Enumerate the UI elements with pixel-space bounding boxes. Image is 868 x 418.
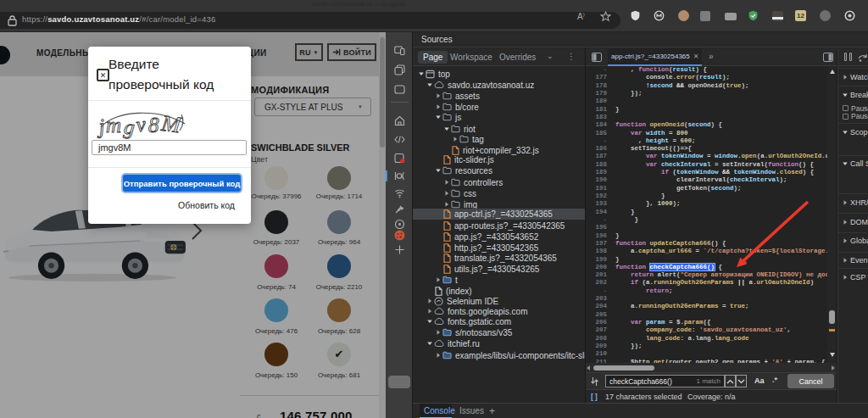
- svg-text:8: 8: [148, 114, 159, 137]
- svg-text:v: v: [135, 112, 147, 136]
- svg-text:g: g: [123, 115, 136, 139]
- svg-text:M: M: [159, 110, 183, 138]
- svg-text:m: m: [106, 114, 121, 137]
